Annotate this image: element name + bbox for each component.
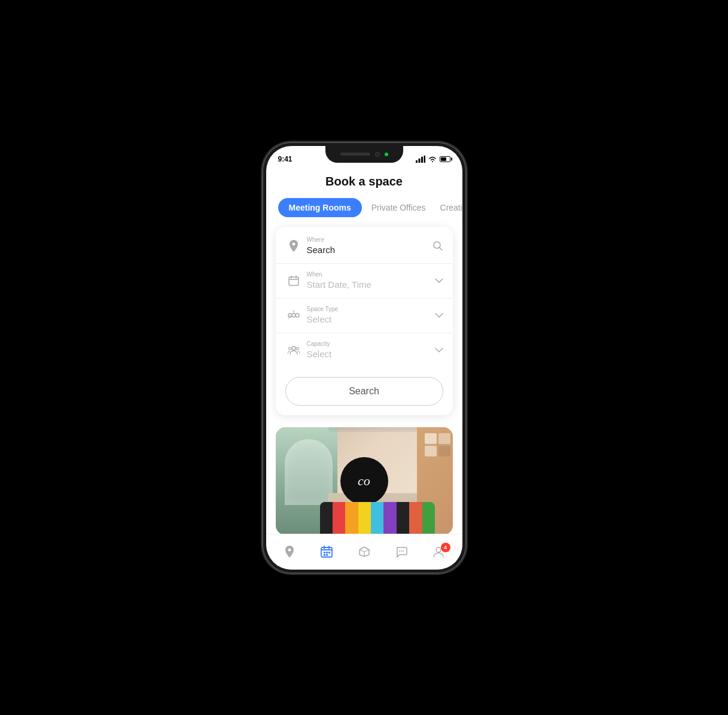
capacity-field-row[interactable]: Capacity Select	[276, 333, 453, 367]
nav-chat-icon	[395, 545, 408, 558]
svg-rect-24	[326, 552, 328, 553]
svg-point-32	[401, 550, 402, 552]
stripe	[409, 502, 422, 535]
where-field-content: Where Search	[307, 236, 432, 256]
nav-profile[interactable]: 4	[420, 540, 457, 563]
svg-point-12	[296, 314, 299, 317]
svg-rect-27	[326, 554, 328, 556]
phone-frame: 9:41 Book a sp	[263, 142, 466, 573]
ceiling-detail	[328, 427, 417, 432]
venue-logo: co	[340, 457, 388, 505]
notch-indicator	[385, 153, 388, 156]
stripe	[383, 502, 396, 535]
photo-thumb	[438, 433, 450, 444]
search-button[interactable]: Search	[285, 377, 443, 406]
photo-thumb	[438, 446, 450, 457]
calendar-icon	[285, 275, 302, 286]
venue-illustration: co	[276, 427, 453, 535]
phone-screen: 9:41 Book a sp	[266, 146, 462, 570]
battery-icon	[440, 156, 450, 162]
capacity-icon	[285, 345, 302, 355]
tab-creative-spaces[interactable]: Creative Spaces	[435, 198, 462, 217]
stripe	[333, 502, 345, 535]
bottom-nav: 4	[266, 534, 462, 570]
when-label: When	[307, 271, 435, 278]
page-title: Book a space	[266, 168, 462, 198]
status-icons	[416, 156, 450, 163]
photo-thumb	[425, 433, 437, 444]
wifi-icon	[428, 156, 437, 163]
notch-camera	[375, 152, 380, 157]
stripe	[422, 502, 435, 535]
nav-spaces-icon	[358, 545, 371, 558]
space-type-value: Select	[307, 313, 435, 325]
svg-point-33	[403, 550, 404, 552]
when-value: Start Date, Time	[307, 278, 435, 291]
svg-point-31	[399, 550, 400, 552]
svg-point-11	[292, 314, 296, 317]
venue-arch	[285, 439, 333, 505]
venue-image[interactable]: co	[276, 427, 453, 535]
notch	[325, 146, 403, 163]
svg-point-14	[288, 348, 291, 350]
screen-content[interactable]: Book a space Meeting Rooms Private Offic…	[266, 168, 462, 570]
search-btn-container: Search	[276, 367, 453, 406]
space-type-field-row[interactable]: Space Type Select	[276, 299, 453, 333]
stripe	[371, 502, 383, 535]
svg-line-28	[360, 550, 364, 552]
status-time: 9:41	[278, 155, 293, 163]
svg-rect-23	[324, 552, 325, 553]
tab-private-offices[interactable]: Private Offices	[367, 198, 431, 217]
nav-messages[interactable]	[383, 540, 420, 563]
nav-spaces[interactable]	[345, 540, 382, 563]
nav-location-icon	[283, 545, 296, 558]
search-card: Where Search	[276, 227, 453, 415]
nav-bookings[interactable]	[308, 540, 345, 563]
when-field-row[interactable]: When Start Date, Time	[276, 264, 453, 299]
photo-thumb	[425, 446, 437, 457]
when-chevron-icon	[435, 278, 443, 283]
capacity-chevron-icon	[435, 348, 443, 352]
location-icon	[285, 240, 302, 252]
tabs-container: Meeting Rooms Private Offices Creative S…	[266, 198, 462, 217]
svg-rect-26	[324, 554, 325, 556]
capacity-field-content: Capacity Select	[307, 340, 435, 360]
notch-speaker	[340, 153, 370, 156]
when-field-content: When Start Date, Time	[307, 271, 435, 291]
battery-fill	[441, 157, 447, 161]
capacity-value: Select	[307, 348, 435, 360]
space-type-label: Space Type	[307, 306, 435, 313]
nav-explore[interactable]	[271, 540, 308, 563]
stripe	[320, 502, 333, 535]
svg-rect-3	[424, 156, 425, 163]
stripe	[397, 502, 409, 535]
stripe	[345, 502, 358, 535]
where-value: Search	[307, 244, 432, 256]
where-label: Where	[307, 236, 432, 244]
stripe	[358, 502, 371, 535]
capacity-label: Capacity	[307, 340, 435, 348]
svg-line-29	[364, 550, 369, 552]
svg-rect-25	[328, 552, 330, 553]
svg-point-15	[296, 348, 298, 350]
space-type-icon	[285, 311, 302, 320]
profile-badge: 4	[441, 543, 450, 552]
space-type-chevron-icon	[435, 313, 443, 318]
venue-stripes	[320, 502, 435, 535]
where-field-row[interactable]: Where Search	[276, 229, 453, 264]
photo-grid	[425, 433, 450, 457]
svg-rect-1	[418, 159, 420, 163]
svg-line-5	[439, 248, 442, 251]
svg-point-13	[292, 346, 296, 350]
tab-meeting-rooms[interactable]: Meeting Rooms	[278, 198, 362, 217]
svg-rect-2	[421, 157, 423, 163]
svg-rect-0	[416, 160, 418, 163]
signal-icon	[416, 156, 425, 163]
search-magnifier-icon	[432, 241, 443, 251]
nav-calendar-icon	[320, 545, 333, 558]
space-type-field-content: Space Type Select	[307, 306, 435, 325]
svg-rect-6	[289, 277, 298, 285]
